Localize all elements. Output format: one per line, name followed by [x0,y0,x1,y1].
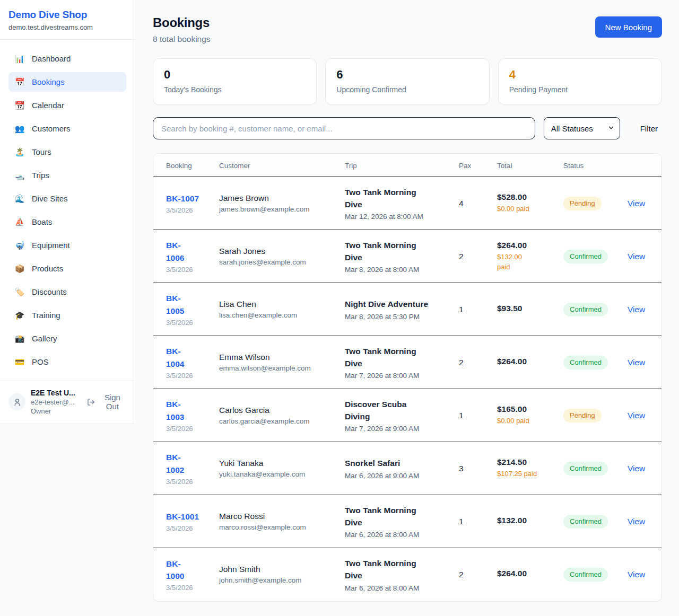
sidebar-item-label: Products [32,264,63,273]
user-name: E2E Test U... [31,389,82,397]
sign-out-button[interactable]: Sign Out [87,393,126,411]
sidebar-item-equipment[interactable]: 🤿 Equipment [8,235,126,255]
new-booking-button[interactable]: New Booking [595,16,662,38]
table-row: BK-1001 3/5/2026 Marco Rossi marco.rossi… [153,495,662,548]
booking-id-link[interactable]: BK-1001 [166,511,199,523]
pax-count: 3 [459,464,464,473]
boats-icon: ⛵ [14,218,25,226]
sidebar-item-pos[interactable]: 💳 POS [8,352,126,372]
col-header-trip: Trip [338,154,452,177]
equipment-icon: 🤿 [14,241,25,249]
view-link[interactable]: View [628,358,645,367]
booking-id-link[interactable]: BK- 1002 [166,451,184,476]
view-link[interactable]: View [628,570,645,579]
user-info: E2E Test U... e2e-tester@... Owner [31,389,82,415]
brand-name[interactable]: Demo Dive Shop [8,9,126,21]
customer-email: lisa.chen@example.com [219,311,332,319]
bookings-table-card: Booking Customer Trip Pax Total Status B… [153,153,662,602]
sidebar-item-label: Dive Sites [32,194,68,203]
customer-email: john.smith@example.com [219,576,332,584]
customer-email: carlos.garcia@example.com [219,417,332,425]
customer-name: Sarah Jones [219,247,332,256]
booking-date: 3/5/2026 [166,425,206,433]
trip-name: Two Tank Morning Dive [345,239,446,264]
view-link[interactable]: View [628,252,645,261]
col-header-total: Total [491,154,557,177]
trip-datetime: Mar 7, 2026 at 8:00 AM [345,372,446,380]
sidebar-item-gallery[interactable]: 📸 Gallery [8,329,126,348]
view-link[interactable]: View [628,305,645,314]
sidebar-item-label: Customers [32,124,71,133]
trip-datetime: Mar 6, 2026 at 8:00 AM [345,531,446,539]
sidebar-nav: 📊 Dashboard 📅 Bookings 📆 Calendar 👥 Cust… [0,40,135,381]
booking-date: 3/5/2026 [166,206,206,214]
sign-out-label: Sign Out [99,393,126,411]
table-row: BK- 1004 3/5/2026 Emma Wilson emma.wilso… [153,336,662,389]
pax-count: 1 [459,517,464,526]
booking-date: 3/5/2026 [166,584,206,592]
stats-row: 0 Today's Bookings 6 Upcoming Confirmed … [153,58,662,105]
status-badge: Confirmed [563,250,608,263]
paid-amount: $0.00 paid [497,204,551,214]
customer-name: Carlos Garcia [219,406,332,415]
page-header: Bookings 8 total bookings New Booking [153,15,662,44]
booking-id-link[interactable]: BK- 1006 [166,239,184,264]
stat-label: Upcoming Confirmed [336,85,478,94]
booking-date: 3/5/2026 [166,319,206,327]
view-link[interactable]: View [628,411,645,420]
sidebar-item-customers[interactable]: 👥 Customers [8,119,126,138]
table-row: BK- 1005 3/5/2026 Lisa Chen lisa.chen@ex… [153,283,662,336]
pax-count: 4 [459,199,464,208]
paid-amount: $107.25 paid [497,469,551,479]
status-badge: Confirmed [563,356,608,369]
view-link[interactable]: View [628,464,645,473]
col-header-status: Status [557,154,621,177]
sidebar-item-dive-sites[interactable]: 🌊 Dive Sites [8,189,126,208]
stat-label: Today's Bookings [164,85,306,94]
trip-name: Two Tank Morning Dive [345,186,446,211]
booking-id-link[interactable]: BK- 1004 [166,345,184,370]
trip-datetime: Mar 8, 2026 at 8:00 AM [345,266,446,274]
customer-name: Emma Wilson [219,353,332,362]
trip-datetime: Mar 6, 2026 at 8:00 AM [345,584,446,592]
table-row: BK-1007 3/5/2026 James Brown james.brown… [153,177,662,230]
booking-date: 3/5/2026 [166,266,206,274]
sidebar-item-boats[interactable]: ⛵ Boats [8,212,126,232]
sign-out-icon [87,398,95,407]
trip-datetime: Mar 8, 2026 at 5:30 PM [345,313,446,321]
booking-id-link[interactable]: BK- 1005 [166,292,184,317]
sidebar-item-training[interactable]: 🎓 Training [8,305,126,325]
search-input[interactable] [153,117,535,139]
calendar-icon: 📆 [14,101,25,109]
view-link[interactable]: View [628,199,645,208]
trip-datetime: Mar 6, 2026 at 9:00 AM [345,472,446,480]
filter-button[interactable]: Filter [636,124,662,133]
sidebar-item-trips[interactable]: 🛥️ Trips [8,165,126,185]
table-header-row: Booking Customer Trip Pax Total Status [153,154,662,177]
sidebar-item-label: Bookings [32,77,65,86]
sidebar-item-discounts[interactable]: 🏷️ Discounts [8,282,126,302]
booking-id-link[interactable]: BK- 1003 [166,398,184,423]
customer-name: Lisa Chen [219,300,332,309]
sidebar-item-tours[interactable]: 🏝️ Tours [8,142,126,162]
trip-name: Two Tank Morning Dive [345,345,446,370]
sidebar-item-label: Tours [32,147,51,156]
stat-value: 0 [164,68,306,82]
status-select[interactable]: All Statuses [544,117,620,139]
sidebar-item-label: Calendar [32,101,64,110]
col-header-booking: Booking [153,154,213,177]
table-row: BK- 1003 3/5/2026 Carlos Garcia carlos.g… [153,389,662,442]
table-row: BK- 1002 3/5/2026 Yuki Tanaka yuki.tanak… [153,442,662,495]
sidebar-item-bookings[interactable]: 📅 Bookings [8,72,126,92]
sidebar-item-dashboard[interactable]: 📊 Dashboard [8,49,126,68]
customers-icon: 👥 [14,125,25,133]
stat-value: 4 [509,68,651,82]
booking-id-link[interactable]: BK-1007 [166,192,199,205]
dashboard-icon: 📊 [14,55,25,63]
view-link[interactable]: View [628,517,645,526]
booking-id-link[interactable]: BK- 1000 [166,558,184,583]
sidebar-item-products[interactable]: 📦 Products [8,259,126,278]
main-content: Bookings 8 total bookings New Booking 0 … [136,0,679,602]
pax-count: 1 [459,305,464,314]
sidebar-item-calendar[interactable]: 📆 Calendar [8,95,126,115]
